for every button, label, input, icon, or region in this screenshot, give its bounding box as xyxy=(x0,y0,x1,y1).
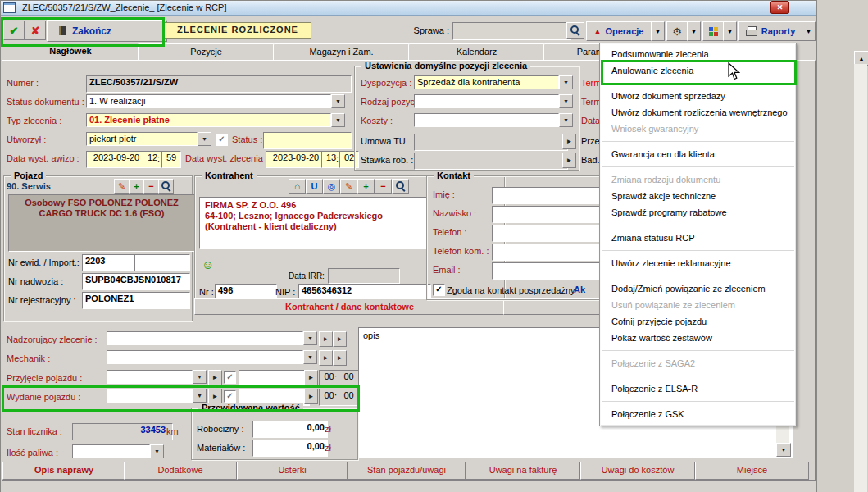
mechanik-dropdown-button[interactable]: ▼ xyxy=(303,350,317,364)
koszty-value[interactable] xyxy=(414,113,559,127)
consent-action-link[interactable]: Ak xyxy=(574,285,585,294)
kontrahent-target-button[interactable]: ◎ xyxy=(323,179,340,194)
menu-item-utworz-dokument-sprzedazy[interactable]: Utwórz dokument sprzedaży xyxy=(600,88,796,104)
koszty-combo[interactable]: ▼ xyxy=(414,113,573,127)
tab-magazyn[interactable]: Magazyn i Zam. xyxy=(273,43,410,61)
wydanie-date-picker-button[interactable]: ► xyxy=(304,389,318,404)
kontrahent-company-button[interactable]: ⌂ xyxy=(289,179,306,194)
kontrahent-edit-button[interactable]: ✎ xyxy=(340,179,357,194)
menu-item-zmiana-statusu-rcp[interactable]: Zmiana statusu RCP xyxy=(600,230,796,246)
data-awizo-date-field[interactable]: 2023-09-20 xyxy=(86,151,147,168)
przyjecie-combo[interactable]: ▼ xyxy=(107,370,207,384)
stawka-picker-button[interactable]: ► xyxy=(562,153,576,168)
rodzaj-pozycji-dropdown-button[interactable]: ▼ xyxy=(559,94,573,108)
settings-dropdown-button[interactable]: ▼ xyxy=(687,21,701,41)
mechanik-picker-button-2[interactable]: ► xyxy=(333,350,347,366)
stawka-field[interactable] xyxy=(414,153,568,170)
bottom-tab-usterki[interactable]: Usterki xyxy=(237,462,348,480)
views-dropdown-button[interactable]: ▼ xyxy=(723,21,737,41)
consent-checkbox[interactable]: ✓ xyxy=(433,284,445,296)
kontrahent-add-button[interactable]: + xyxy=(357,179,375,194)
mechanik-combo[interactable]: ▼ xyxy=(107,350,317,364)
dyspozycja-combo[interactable]: Sprzedaż dla kontrahenta ▼ xyxy=(414,75,573,89)
nadzorujacy-picker-button-2[interactable]: ► xyxy=(333,331,347,347)
background-scrollbar-track[interactable] xyxy=(854,64,867,492)
case-input[interactable] xyxy=(452,22,571,40)
title-bar[interactable]: ZLEC/50357/21/S/ZW_Zlecenie_ [Zlecenie w… xyxy=(0,0,816,16)
menu-item-podsumowanie-zlecenia[interactable]: Podsumowanie zlecenia xyxy=(600,46,796,62)
data-zlecenia-date-field[interactable]: 2023-09-20 xyxy=(266,151,326,168)
wydanie-checkbox[interactable]: ✓ xyxy=(224,390,236,403)
tab-naglowek[interactable]: Nagłówek xyxy=(2,43,139,61)
status-dokumentu-combo[interactable]: 1. W realizacji ▼ xyxy=(86,94,345,108)
tab-pozycje[interactable]: Pozycje xyxy=(138,43,275,61)
wydanie-combo[interactable]: ▼ xyxy=(107,389,207,403)
case-search-button[interactable] xyxy=(566,22,584,39)
menu-item-utworz-zlecenie-reklamacyjne[interactable]: Utwórz zlecenie reklamacyjne xyxy=(600,255,796,271)
mechanik-picker-button[interactable]: ► xyxy=(319,350,333,366)
dyspozycja-dropdown-button[interactable]: ▼ xyxy=(559,75,573,89)
menu-item-polaczenie-elsa-r[interactable]: Połączenie z ELSA-R xyxy=(600,380,796,397)
pojazd-edit-button[interactable]: ✎ xyxy=(114,179,130,194)
nr-rejestracyjny-field[interactable]: POLONEZ1 xyxy=(82,292,190,309)
bottom-tab-miejsce[interactable]: Miejsce xyxy=(695,462,809,480)
przyjecie-date-picker-button[interactable]: ► xyxy=(304,370,318,385)
przyjecie-checkbox[interactable]: ✓ xyxy=(224,371,236,384)
wydanie-value[interactable] xyxy=(107,389,193,403)
dyspozycja-value[interactable]: Sprzedaż dla kontrahenta xyxy=(414,75,559,89)
menu-item-polaczenie-gsk[interactable]: Połączenie z GSK xyxy=(600,406,796,422)
rodzaj-pozycji-combo[interactable]: ▼ xyxy=(414,94,573,108)
opis-scrollbar-down-button[interactable]: ▼ xyxy=(776,443,791,457)
operations-button[interactable]: ▲ Operacje xyxy=(586,21,652,41)
close-button[interactable]: ✕ xyxy=(770,1,789,14)
nr-ewid-field[interactable]: 2203 xyxy=(82,254,139,271)
cancel-button[interactable]: ✘ xyxy=(25,20,46,40)
bottom-tab-uwagi-koszty[interactable]: Uwagi do kosztów xyxy=(580,462,695,480)
typ-zlecenia-combo[interactable]: 01. Zlecenie płatne ▼ xyxy=(86,113,345,127)
menu-item-utworz-dokument-rozliczenia[interactable]: Utwórz dokument rozliczenia wewnętrznego xyxy=(600,104,796,121)
robocizny-field[interactable]: 0,00 xyxy=(252,421,328,438)
utworzyl-value[interactable]: piekart piotr xyxy=(86,132,198,146)
umowa-tu-picker-button[interactable]: ► xyxy=(562,134,576,149)
utworzyl-combo[interactable]: piekart piotr ▼ xyxy=(86,132,211,146)
kontrahent-footer-tab-2[interactable] xyxy=(503,298,602,315)
umowa-tu-field[interactable] xyxy=(414,134,568,151)
menu-item-sprawdz-programy-rabatowe[interactable]: Sprawdź programy rabatowe xyxy=(600,204,796,221)
nadzorujacy-dropdown-button[interactable]: ▼ xyxy=(303,331,317,345)
bottom-tab-uwagi-faktura[interactable]: Uwagi na fakturę xyxy=(466,462,580,480)
przyjecie-date-field[interactable] xyxy=(239,370,310,387)
menu-item-cofnij-przyjecie-pojazdu[interactable]: Cofnij przyjęcie pojazdu xyxy=(600,313,796,330)
materialy-field[interactable]: 0,00 xyxy=(252,440,328,457)
przyjecie-minute-field[interactable]: 00 xyxy=(339,370,359,387)
views-button[interactable] xyxy=(702,21,724,41)
nadzorujacy-picker-button[interactable]: ► xyxy=(319,331,333,347)
nr-import-field[interactable] xyxy=(134,254,190,271)
ilosc-paliwa-value[interactable] xyxy=(72,444,150,458)
status-dokumentu-value[interactable]: 1. W realizacji xyxy=(86,94,331,108)
confirm-button[interactable]: ✔ xyxy=(3,20,25,40)
reports-button[interactable]: Raporty xyxy=(738,21,802,41)
pojazd-add-button[interactable]: + xyxy=(129,179,144,194)
typ-zlecenia-dropdown-button[interactable]: ▼ xyxy=(331,113,345,127)
nadzorujacy-combo[interactable]: ▼ xyxy=(107,331,317,345)
data-awizo-minute-field[interactable]: 59 xyxy=(161,151,181,168)
wydanie-minute-field[interactable]: 00 xyxy=(339,389,359,406)
bottom-tab-opis-naprawy[interactable]: Opis naprawy xyxy=(2,462,125,480)
kontrahent-search-button[interactable] xyxy=(392,179,409,194)
menu-item-gwarancja-cen[interactable]: Gwarancja cen dla klienta xyxy=(600,146,796,162)
przyjecie-picker-button[interactable]: ► xyxy=(208,370,222,385)
przyjecie-dropdown-button[interactable]: ▼ xyxy=(193,370,207,384)
settings-button[interactable]: ⚙ xyxy=(666,21,688,41)
kontrahent-u-button[interactable]: U xyxy=(306,179,323,194)
finish-button[interactable]: Zakończ xyxy=(47,20,167,42)
menu-item-anulowanie-zlecenia[interactable]: Anulowanie zlecenia xyxy=(600,62,796,79)
reports-dropdown-button[interactable]: ▼ xyxy=(802,21,816,41)
bottom-tab-dodatkowe[interactable]: Dodatkowe xyxy=(124,462,237,480)
menu-item-dodaj-zmien-powiazanie[interactable]: Dodaj/Zmień powiązanie ze zleceniem xyxy=(600,280,796,297)
ilosc-paliwa-dropdown-button[interactable]: ▼ xyxy=(150,444,164,458)
data-irr-field[interactable] xyxy=(328,268,400,284)
kontrahent-remove-button[interactable]: − xyxy=(375,179,392,194)
pojazd-search-button[interactable] xyxy=(158,179,174,194)
operations-dropdown-button[interactable]: ▼ xyxy=(651,21,665,41)
status-field[interactable] xyxy=(263,132,352,149)
